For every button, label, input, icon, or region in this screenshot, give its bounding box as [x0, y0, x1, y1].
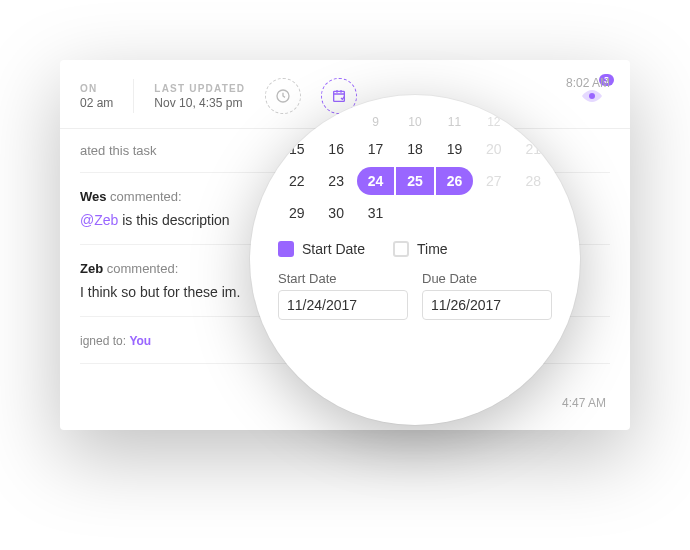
comment-2-suffix: commented: — [103, 261, 178, 276]
cal-day[interactable]: 30 — [317, 199, 354, 227]
cal-wd: 10 — [396, 113, 433, 131]
cal-day[interactable]: 19 — [436, 135, 473, 163]
start-date-label: Start Date — [278, 271, 408, 286]
comment-1-author: Wes — [80, 189, 107, 204]
cal-wd: 9 — [357, 113, 394, 131]
cal-day[interactable]: 28 — [515, 167, 552, 195]
date-picker-zoom: 910111213 15161718192021 22232425262728 … — [250, 95, 580, 425]
created-on-value: 02 am — [80, 96, 113, 110]
due-date-label: Due Date — [422, 271, 552, 286]
cal-day[interactable]: 31 — [357, 199, 394, 227]
ts-top: 8:02 AM — [566, 76, 610, 90]
cal-day-selected[interactable]: 25 — [396, 167, 433, 195]
cal-day[interactable]: 29 — [278, 199, 315, 227]
cal-wd: 11 — [436, 113, 473, 131]
time-cb-label: Time — [417, 241, 448, 257]
cal-day[interactable]: 22 — [278, 167, 315, 195]
mention[interactable]: @Zeb — [80, 212, 118, 228]
start-date-input[interactable]: 11/24/2017 — [278, 290, 408, 320]
cal-day[interactable]: 20 — [475, 135, 512, 163]
comment-1-text: is this description — [118, 212, 229, 228]
cal-day[interactable]: 27 — [475, 167, 512, 195]
calendar-grid: 910111213 15161718192021 22232425262728 … — [278, 113, 552, 227]
assigned-prefix: igned to: — [80, 334, 129, 348]
divider — [133, 79, 134, 113]
last-updated-label: LAST UPDATED — [154, 83, 245, 94]
checkbox-icon — [393, 241, 409, 257]
last-updated-block: LAST UPDATEDNov 10, 4:35 pm — [154, 83, 245, 110]
start-date-checkbox[interactable]: Start Date — [278, 241, 365, 257]
time-checkbox[interactable]: Time — [393, 241, 448, 257]
created-on-label: ON — [80, 83, 113, 94]
comment-2-author: Zeb — [80, 261, 103, 276]
cal-day[interactable]: 16 — [317, 135, 354, 163]
created-task-text: ated this task — [80, 143, 157, 158]
ts-bottom: 4:47 AM — [562, 396, 606, 410]
cal-day[interactable]: 17 — [357, 135, 394, 163]
comment-1-suffix: commented: — [107, 189, 182, 204]
start-date-cb-label: Start Date — [302, 241, 365, 257]
cal-day[interactable]: 23 — [317, 167, 354, 195]
assigned-you[interactable]: You — [129, 334, 151, 348]
created-on-block: ON02 am — [80, 83, 113, 110]
cal-day[interactable]: 18 — [396, 135, 433, 163]
cal-day-selected[interactable]: 26 — [436, 167, 473, 195]
checkbox-icon — [278, 241, 294, 257]
last-updated-value: Nov 10, 4:35 pm — [154, 96, 245, 110]
clock-icon[interactable] — [265, 78, 301, 114]
due-date-input[interactable]: 11/26/2017 — [422, 290, 552, 320]
svg-point-2 — [589, 93, 595, 99]
cal-day-selected[interactable]: 24 — [357, 167, 394, 195]
